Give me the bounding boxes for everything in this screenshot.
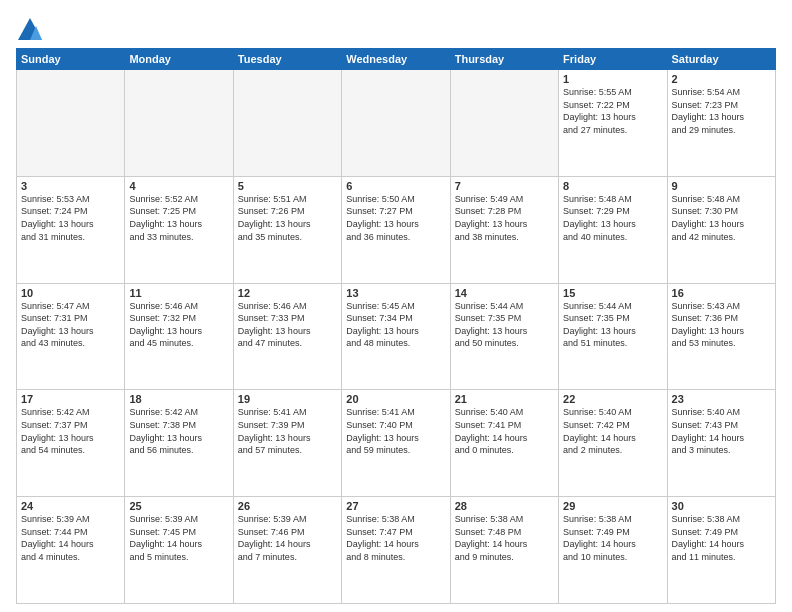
day-info: Sunrise: 5:44 AM Sunset: 7:35 PM Dayligh…	[563, 300, 662, 350]
week-row-1: 3Sunrise: 5:53 AM Sunset: 7:24 PM Daylig…	[17, 176, 776, 283]
day-number: 5	[238, 180, 337, 192]
day-number: 2	[672, 73, 771, 85]
weekday-header-wednesday: Wednesday	[342, 49, 450, 70]
day-number: 13	[346, 287, 445, 299]
day-cell-30: 30Sunrise: 5:38 AM Sunset: 7:49 PM Dayli…	[667, 497, 775, 604]
day-number: 25	[129, 500, 228, 512]
day-number: 29	[563, 500, 662, 512]
day-number: 30	[672, 500, 771, 512]
day-cell-29: 29Sunrise: 5:38 AM Sunset: 7:49 PM Dayli…	[559, 497, 667, 604]
calendar-body: 1Sunrise: 5:55 AM Sunset: 7:22 PM Daylig…	[17, 70, 776, 604]
empty-cell	[450, 70, 558, 177]
logo	[16, 16, 48, 44]
week-row-4: 24Sunrise: 5:39 AM Sunset: 7:44 PM Dayli…	[17, 497, 776, 604]
day-cell-16: 16Sunrise: 5:43 AM Sunset: 7:36 PM Dayli…	[667, 283, 775, 390]
day-info: Sunrise: 5:39 AM Sunset: 7:46 PM Dayligh…	[238, 513, 337, 563]
day-number: 18	[129, 393, 228, 405]
day-number: 27	[346, 500, 445, 512]
empty-cell	[342, 70, 450, 177]
day-number: 6	[346, 180, 445, 192]
day-cell-13: 13Sunrise: 5:45 AM Sunset: 7:34 PM Dayli…	[342, 283, 450, 390]
weekday-header-friday: Friday	[559, 49, 667, 70]
week-row-3: 17Sunrise: 5:42 AM Sunset: 7:37 PM Dayli…	[17, 390, 776, 497]
day-info: Sunrise: 5:53 AM Sunset: 7:24 PM Dayligh…	[21, 193, 120, 243]
day-cell-18: 18Sunrise: 5:42 AM Sunset: 7:38 PM Dayli…	[125, 390, 233, 497]
day-cell-5: 5Sunrise: 5:51 AM Sunset: 7:26 PM Daylig…	[233, 176, 341, 283]
day-number: 24	[21, 500, 120, 512]
day-cell-12: 12Sunrise: 5:46 AM Sunset: 7:33 PM Dayli…	[233, 283, 341, 390]
day-info: Sunrise: 5:41 AM Sunset: 7:39 PM Dayligh…	[238, 406, 337, 456]
page: SundayMondayTuesdayWednesdayThursdayFrid…	[0, 0, 792, 612]
day-cell-25: 25Sunrise: 5:39 AM Sunset: 7:45 PM Dayli…	[125, 497, 233, 604]
calendar-header: SundayMondayTuesdayWednesdayThursdayFrid…	[17, 49, 776, 70]
day-number: 4	[129, 180, 228, 192]
day-info: Sunrise: 5:40 AM Sunset: 7:43 PM Dayligh…	[672, 406, 771, 456]
day-info: Sunrise: 5:42 AM Sunset: 7:37 PM Dayligh…	[21, 406, 120, 456]
weekday-header-thursday: Thursday	[450, 49, 558, 70]
day-info: Sunrise: 5:52 AM Sunset: 7:25 PM Dayligh…	[129, 193, 228, 243]
day-cell-9: 9Sunrise: 5:48 AM Sunset: 7:30 PM Daylig…	[667, 176, 775, 283]
calendar-table: SundayMondayTuesdayWednesdayThursdayFrid…	[16, 48, 776, 604]
day-cell-27: 27Sunrise: 5:38 AM Sunset: 7:47 PM Dayli…	[342, 497, 450, 604]
day-info: Sunrise: 5:40 AM Sunset: 7:41 PM Dayligh…	[455, 406, 554, 456]
day-cell-15: 15Sunrise: 5:44 AM Sunset: 7:35 PM Dayli…	[559, 283, 667, 390]
day-cell-14: 14Sunrise: 5:44 AM Sunset: 7:35 PM Dayli…	[450, 283, 558, 390]
day-cell-21: 21Sunrise: 5:40 AM Sunset: 7:41 PM Dayli…	[450, 390, 558, 497]
day-cell-28: 28Sunrise: 5:38 AM Sunset: 7:48 PM Dayli…	[450, 497, 558, 604]
day-info: Sunrise: 5:38 AM Sunset: 7:49 PM Dayligh…	[563, 513, 662, 563]
day-number: 21	[455, 393, 554, 405]
day-number: 9	[672, 180, 771, 192]
day-info: Sunrise: 5:47 AM Sunset: 7:31 PM Dayligh…	[21, 300, 120, 350]
header	[16, 12, 776, 44]
day-number: 20	[346, 393, 445, 405]
empty-cell	[125, 70, 233, 177]
day-cell-26: 26Sunrise: 5:39 AM Sunset: 7:46 PM Dayli…	[233, 497, 341, 604]
day-number: 23	[672, 393, 771, 405]
day-number: 22	[563, 393, 662, 405]
day-cell-24: 24Sunrise: 5:39 AM Sunset: 7:44 PM Dayli…	[17, 497, 125, 604]
day-info: Sunrise: 5:39 AM Sunset: 7:45 PM Dayligh…	[129, 513, 228, 563]
day-info: Sunrise: 5:38 AM Sunset: 7:47 PM Dayligh…	[346, 513, 445, 563]
day-cell-6: 6Sunrise: 5:50 AM Sunset: 7:27 PM Daylig…	[342, 176, 450, 283]
day-cell-19: 19Sunrise: 5:41 AM Sunset: 7:39 PM Dayli…	[233, 390, 341, 497]
day-info: Sunrise: 5:45 AM Sunset: 7:34 PM Dayligh…	[346, 300, 445, 350]
day-info: Sunrise: 5:43 AM Sunset: 7:36 PM Dayligh…	[672, 300, 771, 350]
weekday-header-monday: Monday	[125, 49, 233, 70]
day-info: Sunrise: 5:46 AM Sunset: 7:32 PM Dayligh…	[129, 300, 228, 350]
day-cell-3: 3Sunrise: 5:53 AM Sunset: 7:24 PM Daylig…	[17, 176, 125, 283]
empty-cell	[233, 70, 341, 177]
day-number: 10	[21, 287, 120, 299]
day-number: 8	[563, 180, 662, 192]
day-info: Sunrise: 5:39 AM Sunset: 7:44 PM Dayligh…	[21, 513, 120, 563]
day-number: 11	[129, 287, 228, 299]
day-info: Sunrise: 5:44 AM Sunset: 7:35 PM Dayligh…	[455, 300, 554, 350]
day-info: Sunrise: 5:46 AM Sunset: 7:33 PM Dayligh…	[238, 300, 337, 350]
day-number: 15	[563, 287, 662, 299]
day-info: Sunrise: 5:42 AM Sunset: 7:38 PM Dayligh…	[129, 406, 228, 456]
day-number: 3	[21, 180, 120, 192]
day-cell-11: 11Sunrise: 5:46 AM Sunset: 7:32 PM Dayli…	[125, 283, 233, 390]
day-info: Sunrise: 5:55 AM Sunset: 7:22 PM Dayligh…	[563, 86, 662, 136]
day-cell-1: 1Sunrise: 5:55 AM Sunset: 7:22 PM Daylig…	[559, 70, 667, 177]
day-cell-20: 20Sunrise: 5:41 AM Sunset: 7:40 PM Dayli…	[342, 390, 450, 497]
day-cell-23: 23Sunrise: 5:40 AM Sunset: 7:43 PM Dayli…	[667, 390, 775, 497]
day-cell-2: 2Sunrise: 5:54 AM Sunset: 7:23 PM Daylig…	[667, 70, 775, 177]
logo-icon	[16, 16, 44, 44]
day-info: Sunrise: 5:38 AM Sunset: 7:48 PM Dayligh…	[455, 513, 554, 563]
weekday-header-sunday: Sunday	[17, 49, 125, 70]
day-cell-17: 17Sunrise: 5:42 AM Sunset: 7:37 PM Dayli…	[17, 390, 125, 497]
day-info: Sunrise: 5:48 AM Sunset: 7:30 PM Dayligh…	[672, 193, 771, 243]
week-row-2: 10Sunrise: 5:47 AM Sunset: 7:31 PM Dayli…	[17, 283, 776, 390]
day-info: Sunrise: 5:51 AM Sunset: 7:26 PM Dayligh…	[238, 193, 337, 243]
day-number: 16	[672, 287, 771, 299]
day-info: Sunrise: 5:40 AM Sunset: 7:42 PM Dayligh…	[563, 406, 662, 456]
day-cell-22: 22Sunrise: 5:40 AM Sunset: 7:42 PM Dayli…	[559, 390, 667, 497]
week-row-0: 1Sunrise: 5:55 AM Sunset: 7:22 PM Daylig…	[17, 70, 776, 177]
day-number: 7	[455, 180, 554, 192]
weekday-header-tuesday: Tuesday	[233, 49, 341, 70]
day-info: Sunrise: 5:50 AM Sunset: 7:27 PM Dayligh…	[346, 193, 445, 243]
day-info: Sunrise: 5:48 AM Sunset: 7:29 PM Dayligh…	[563, 193, 662, 243]
day-number: 28	[455, 500, 554, 512]
day-cell-4: 4Sunrise: 5:52 AM Sunset: 7:25 PM Daylig…	[125, 176, 233, 283]
day-cell-8: 8Sunrise: 5:48 AM Sunset: 7:29 PM Daylig…	[559, 176, 667, 283]
